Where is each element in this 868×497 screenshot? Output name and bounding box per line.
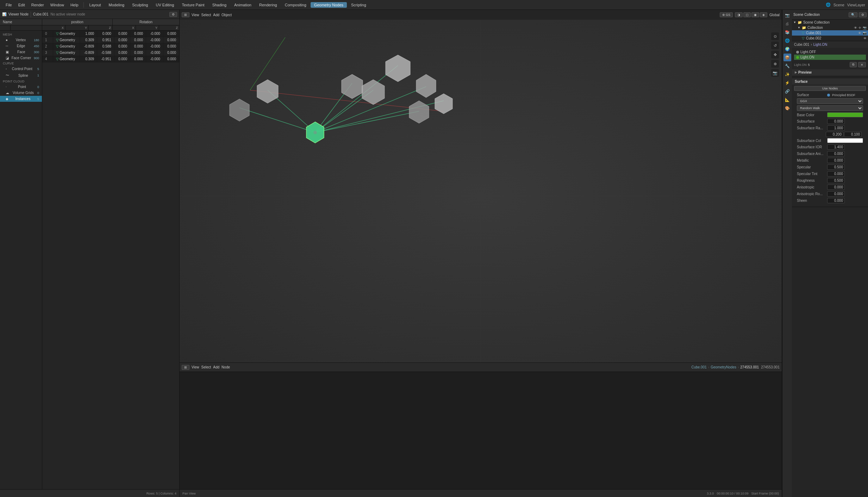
base-color-swatch[interactable] <box>827 112 863 117</box>
ss-r2[interactable]: 0.200 <box>826 132 843 137</box>
tab-layout[interactable]: Layout <box>86 2 105 8</box>
nav-control-point[interactable]: ◦ Control Point 5 <box>0 66 42 72</box>
object-props-tab[interactable]: 📦 <box>783 54 791 61</box>
material-light-on[interactable]: Light.ON <box>794 55 866 60</box>
nav-face-corner[interactable]: ◪ Face Corner 900 <box>0 55 42 61</box>
material-shading[interactable]: ◉ <box>751 12 759 17</box>
viewport-3d[interactable]: ⊞ View Select Add Object ⊕ GS ◑ ◻ ◉ ◈ Gl… <box>180 10 782 362</box>
menu-file[interactable]: File <box>3 2 15 8</box>
viewport-menu-button[interactable]: ⊞ <box>182 12 189 17</box>
tab-modeling[interactable]: Modeling <box>105 2 128 8</box>
col-render-icon[interactable]: 📷 <box>863 26 867 30</box>
particles-tab[interactable]: ✨ <box>783 70 791 78</box>
nav-instances[interactable]: ◈ Instances 5 <box>0 96 42 102</box>
outliner-search[interactable]: 🔍 <box>849 12 857 17</box>
roughness-val[interactable]: 0.500 <box>827 178 845 183</box>
aniso-rot-val[interactable]: 0.000 <box>827 191 845 197</box>
spec-tint-val[interactable]: 0.000 <box>827 171 845 176</box>
svg-marker-18 <box>409 101 429 123</box>
zoom-icon[interactable]: ⊕ <box>771 60 779 68</box>
random-walk-select[interactable]: Random Walk <box>797 105 863 111</box>
data-props-tab[interactable]: 📐 <box>783 96 791 104</box>
tab-animation[interactable]: Animation <box>231 2 255 8</box>
modifier-props-tab[interactable]: 🔧 <box>783 62 791 70</box>
tab-shading[interactable]: Shading <box>209 2 230 8</box>
outliner-cube-002[interactable]: ▽ Cube.002 👁 <box>792 36 868 41</box>
menu-window[interactable]: Window <box>48 2 67 8</box>
tab-compositing[interactable]: Compositing <box>281 2 310 8</box>
rotate-view-icon[interactable]: ↺ <box>771 42 779 49</box>
outliner-scene-collection[interactable]: ▼ 📁 Scene Collection <box>792 20 868 25</box>
outliner-filter[interactable]: ⚙ <box>859 12 867 17</box>
constraints-tab[interactable]: 🔗 <box>783 87 791 95</box>
tab-uv-editing[interactable]: UV Editing <box>152 2 177 8</box>
table-row[interactable]: 2 ▽ Geometry -0.809 0.588 0.000 0.000 -0… <box>42 43 179 50</box>
ss-r3[interactable]: 0.100 <box>844 132 862 137</box>
viewport-config-button[interactable]: ⊕ GS <box>720 12 733 17</box>
nav-vertex[interactable]: ● Vertex 180 <box>0 37 42 43</box>
nav-spline[interactable]: 〜 Spline 1 <box>0 72 42 79</box>
render-props-tab[interactable]: 📷 <box>783 11 791 19</box>
svg-marker-15 <box>257 80 278 103</box>
perspective-icon[interactable]: ⊙ <box>771 32 779 40</box>
col-eye-icon[interactable]: 👁 <box>854 26 857 30</box>
output-props-tab[interactable]: 🖨 <box>783 20 791 27</box>
nodes-canvas[interactable]: ▼ Curve Circle Curve Radius <box>180 372 782 489</box>
tab-texture-paint[interactable]: Texture Paint <box>178 2 208 8</box>
table-row[interactable]: 0 ▽ Geometry 1.000 0.000 0.000 0.000 -0.… <box>42 31 179 37</box>
subsurface-val[interactable]: 0.000 <box>827 119 845 124</box>
tab-scripting[interactable]: Scripting <box>348 2 370 8</box>
material-light-off[interactable]: Light.OFF <box>794 49 866 55</box>
ss-r1[interactable]: 1.000 <box>827 125 845 131</box>
view-layer-tab[interactable]: 📚 <box>783 28 791 36</box>
camera-icon[interactable]: 📷 <box>771 69 779 77</box>
solid-shading[interactable]: ◑ <box>735 12 743 17</box>
col-cursor-icon[interactable]: ✛ <box>858 26 861 30</box>
geo-nodes-menu[interactable]: ⊞ <box>182 365 189 370</box>
pan-view-icon[interactable]: ✥ <box>771 51 779 58</box>
specular-val[interactable]: 0.500 <box>827 164 845 170</box>
ggx-select[interactable]: GGX <box>797 98 863 104</box>
cube002-eye-icon[interactable]: 👁 <box>863 37 867 40</box>
menu-edit[interactable]: Edit <box>15 2 28 8</box>
ss-ior-val[interactable]: 1.400 <box>827 144 845 150</box>
cube001-eye-icon[interactable]: 👁 <box>858 31 861 35</box>
mod-close-btn[interactable]: ✕ <box>858 62 866 67</box>
table-row[interactable]: 4 ▽ Geometry 0.309 -0.951 0.000 0.000 -0… <box>42 56 179 62</box>
mod-duplicate-btn[interactable]: ⧉ <box>850 62 857 67</box>
sheen-val[interactable]: 0.000 <box>827 198 845 203</box>
ss-color-swatch[interactable] <box>827 138 863 143</box>
table-row[interactable]: 3 ▽ Geometry -0.809 -0.588 0.000 0.000 -… <box>42 50 179 56</box>
breadcrumb-cube[interactable]: Cube.001 <box>691 365 706 369</box>
view-layer-name: ViewLayer <box>847 3 865 7</box>
rendered-shading[interactable]: ◈ <box>760 12 767 17</box>
cube001-render-icon[interactable]: 📷 <box>863 31 867 35</box>
anisotropic-val[interactable]: 0.000 <box>827 185 845 190</box>
nav-edge[interactable]: ─ Edge 450 <box>0 43 42 49</box>
tab-geometry-nodes[interactable]: Geometry Nodes <box>311 2 347 8</box>
tab-sculpting[interactable]: Sculpting <box>129 2 151 8</box>
edge-count: 450 <box>34 44 39 48</box>
menu-render[interactable]: Render <box>29 2 47 8</box>
nav-point[interactable]: · Point 0 <box>0 84 42 90</box>
frame-number-display: 274553.001 <box>761 365 780 369</box>
outliner-collection[interactable]: ▼ 📁 Collection 👁 ✛ 📷 <box>792 25 868 30</box>
metallic-val[interactable]: 0.000 <box>827 158 845 163</box>
menu-help[interactable]: Help <box>68 2 81 8</box>
table-row[interactable]: 1 ▽ Geometry 0.309 0.951 0.000 0.000 -0.… <box>42 37 179 43</box>
spreadsheet-icon: 📊 <box>2 12 6 16</box>
ss-aniso-val[interactable]: 0.000 <box>827 151 845 156</box>
physics-tab[interactable]: ⚡ <box>783 79 791 87</box>
tab-rendering[interactable]: Rendering <box>256 2 281 8</box>
world-props-tab[interactable]: 🌍 <box>783 45 791 53</box>
scene-props-tab[interactable]: 🌐 <box>783 37 791 44</box>
preview-header[interactable]: ▶ Preview <box>792 69 868 75</box>
nav-volume-grids[interactable]: ☁ Volume Grids 0 <box>0 90 42 96</box>
material-tab[interactable]: 🎨 <box>783 104 791 112</box>
wireframe-shading[interactable]: ◻ <box>743 12 751 17</box>
outliner-cube-001[interactable]: ▽ Cube.001 👁 📷 <box>792 30 868 36</box>
filter-button[interactable]: ⚙ <box>169 12 177 17</box>
use-nodes-button[interactable]: Use Nodes <box>794 86 866 91</box>
nav-face[interactable]: ▣ Face 300 <box>0 49 42 55</box>
breadcrumb-geonodes[interactable]: GeometryNodes <box>711 365 736 369</box>
